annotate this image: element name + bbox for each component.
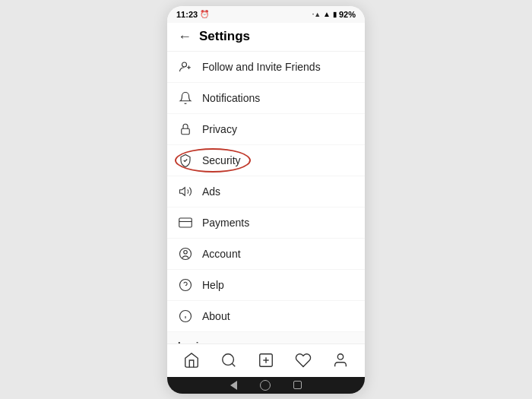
ads-label: Ads: [202, 185, 220, 198]
help-circle-icon: [178, 277, 193, 293]
search-icon: [220, 352, 237, 369]
bell-icon: [178, 90, 193, 106]
android-back-button[interactable]: [230, 381, 237, 390]
bottom-navigation: [167, 344, 365, 377]
svg-rect-5: [179, 218, 192, 227]
battery-label: 92%: [339, 10, 356, 19]
menu-item-privacy[interactable]: Privacy: [167, 114, 365, 145]
settings-menu: Follow and Invite Friends Notifications …: [167, 52, 365, 344]
menu-item-help[interactable]: Help: [167, 270, 365, 301]
home-icon: [183, 352, 200, 369]
notifications-label: Notifications: [202, 92, 260, 104]
time-label: 11:23: [176, 10, 198, 19]
help-label: Help: [202, 279, 224, 291]
privacy-label: Privacy: [202, 123, 237, 135]
shield-icon: [178, 153, 193, 168]
status-bar: 11:23 ⏰ ·▲ ▲ ▮ 92%: [167, 6, 365, 23]
menu-item-follow[interactable]: Follow and Invite Friends: [167, 52, 365, 83]
phone-container: 11:23 ⏰ ·▲ ▲ ▮ 92% ← Settings Foll: [167, 6, 365, 394]
security-label: Security: [202, 154, 241, 166]
svg-point-0: [182, 62, 187, 67]
page-title: Settings: [199, 29, 250, 44]
profile-nav-button[interactable]: [327, 347, 354, 374]
logins-section-header: Logins: [167, 332, 365, 344]
menu-item-payments[interactable]: Payments: [167, 207, 365, 239]
heart-nav-button[interactable]: [290, 347, 317, 374]
back-button[interactable]: ←: [178, 29, 192, 45]
megaphone-icon: [178, 184, 193, 199]
app-header: ← Settings: [167, 23, 365, 52]
heart-icon: [295, 352, 312, 369]
svg-point-9: [180, 279, 192, 290]
svg-point-14: [223, 354, 234, 366]
status-time: 11:23 ⏰: [176, 10, 209, 19]
svg-line-15: [232, 363, 235, 366]
menu-item-security[interactable]: Security: [167, 145, 365, 176]
lock-icon: [178, 122, 193, 137]
info-circle-icon: [178, 309, 193, 324]
svg-point-8: [184, 250, 188, 254]
add-nav-button[interactable]: [252, 347, 280, 374]
android-recent-button[interactable]: [293, 381, 302, 389]
menu-item-about[interactable]: About: [167, 301, 365, 332]
battery-icon: ▮: [333, 11, 337, 18]
status-icons: ·▲ ▲ ▮ 92%: [312, 10, 356, 19]
payments-label: Payments: [202, 217, 249, 229]
follow-label: Follow and Invite Friends: [202, 61, 321, 73]
search-nav-button[interactable]: [215, 347, 242, 374]
about-label: About: [202, 310, 230, 322]
home-nav-button[interactable]: [178, 347, 205, 374]
alarm-icon: ⏰: [200, 10, 209, 18]
account-label: Account: [202, 248, 241, 260]
person-add-icon: [178, 59, 193, 74]
android-home-button[interactable]: [260, 380, 271, 391]
svg-rect-3: [182, 128, 190, 135]
svg-marker-4: [180, 187, 185, 195]
plus-square-icon: [258, 352, 274, 369]
person-circle-icon: [178, 246, 193, 261]
svg-point-19: [337, 354, 343, 359]
card-icon: [178, 215, 193, 230]
menu-item-notifications[interactable]: Notifications: [167, 83, 365, 114]
signal-icon: ·▲: [312, 11, 321, 18]
menu-item-account[interactable]: Account: [167, 239, 365, 270]
android-nav-bar: [167, 377, 365, 394]
wifi-icon: ▲: [323, 10, 331, 18]
profile-icon: [332, 352, 349, 369]
menu-item-ads[interactable]: Ads: [167, 176, 365, 207]
